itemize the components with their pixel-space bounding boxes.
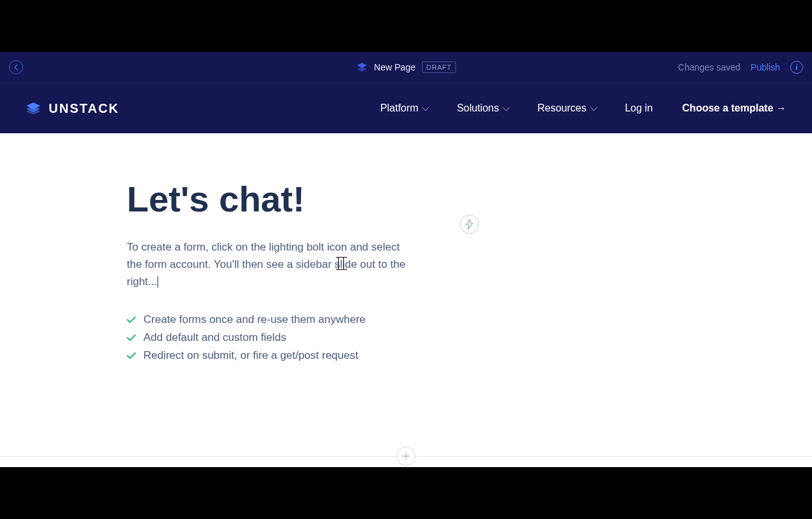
chevron-left-icon: [13, 64, 19, 70]
nav-item-login[interactable]: Log in: [625, 103, 653, 114]
list-item: Redirect on submit, or fire a get/post r…: [127, 349, 409, 362]
nav-label: Log in: [625, 103, 653, 114]
text-cursor: [158, 276, 158, 288]
back-button[interactable]: [9, 60, 23, 74]
page-title-group: New Page DRAFT: [356, 62, 456, 73]
list-item: Create forms once and re-use them anywhe…: [127, 313, 409, 326]
chevron-down-icon: [590, 104, 597, 111]
editor-actions: Changes saved Publish i: [678, 61, 803, 74]
nav-label: Solutions: [457, 103, 499, 114]
paragraph-text: To create a form, click on the lighting …: [127, 241, 405, 288]
feature-text: Create forms once and re-use them anywhe…: [143, 313, 366, 326]
paragraph[interactable]: To create a form, click on the lighting …: [127, 238, 409, 291]
status-badge: DRAFT: [422, 62, 456, 73]
letterbox-top: [0, 0, 812, 52]
feature-list[interactable]: Create forms once and re-use them anywhe…: [127, 313, 409, 362]
publish-button[interactable]: Publish: [751, 62, 780, 72]
plus-icon: [402, 452, 410, 461]
letterbox-bottom: [0, 467, 812, 519]
nav-item-solutions[interactable]: Solutions: [457, 103, 508, 114]
add-section-button[interactable]: [396, 447, 416, 466]
chevron-down-icon: [503, 104, 510, 111]
column-left: Let's chat! To create a form, click on t…: [127, 179, 409, 367]
heading[interactable]: Let's chat!: [127, 179, 409, 219]
content-area: Let's chat! To create a form, click on t…: [0, 133, 812, 467]
page-name[interactable]: New Page: [374, 62, 416, 72]
site-navbar: UNSTACK Platform Solutions Resources Log…: [0, 83, 812, 133]
editor-toolbar: New Page DRAFT Changes saved Publish i: [0, 52, 812, 83]
content-inner: Let's chat! To create a form, click on t…: [26, 179, 786, 367]
check-icon: [127, 334, 136, 342]
brand[interactable]: UNSTACK: [26, 101, 119, 116]
feature-text: Redirect on submit, or fire a get/post r…: [143, 349, 358, 362]
chevron-down-icon: [422, 104, 429, 111]
nav-label: Platform: [380, 103, 419, 114]
nav-item-platform[interactable]: Platform: [380, 103, 428, 114]
brand-text: UNSTACK: [49, 101, 119, 116]
save-status: Changes saved: [678, 62, 740, 72]
layers-icon: [356, 63, 368, 72]
info-button[interactable]: i: [790, 61, 803, 74]
feature-text: Add default and custom fields: [143, 331, 286, 344]
nav-links: Platform Solutions Resources Log in Choo…: [380, 103, 786, 114]
app-frame: New Page DRAFT Changes saved Publish i U…: [0, 52, 812, 467]
action-button[interactable]: [460, 215, 479, 234]
lightning-bolt-icon: [465, 219, 474, 229]
section: Let's chat! To create a form, click on t…: [26, 179, 786, 367]
info-icon: i: [795, 63, 797, 72]
check-icon: [127, 352, 136, 359]
list-item: Add default and custom fields: [127, 331, 409, 344]
nav-item-resources[interactable]: Resources: [537, 103, 595, 114]
check-icon: [127, 317, 136, 324]
nav-cta-button[interactable]: Choose a template →: [682, 103, 786, 114]
nav-label: Resources: [537, 103, 586, 114]
brand-logo-icon: [26, 103, 41, 114]
